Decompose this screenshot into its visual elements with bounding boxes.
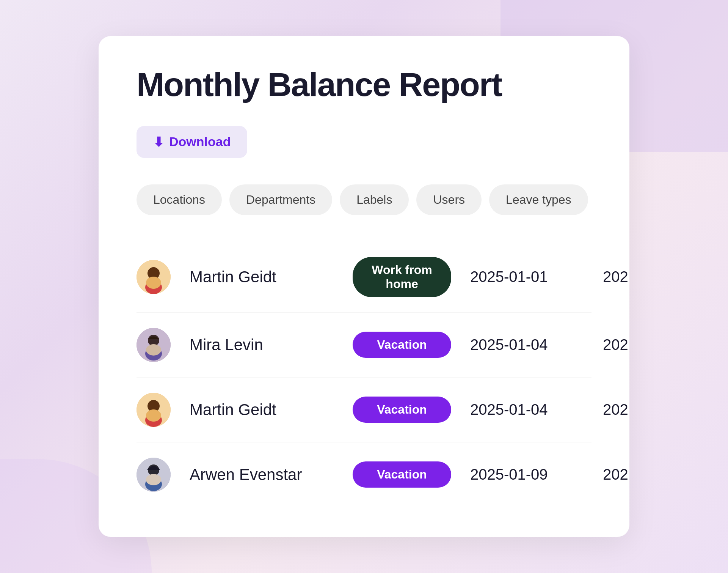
user-name: Martin Geidt bbox=[190, 268, 334, 286]
tab-locations[interactable]: Locations bbox=[136, 184, 222, 215]
table-row: Arwen Evenstar Vacation 2025-01-09 202 bbox=[136, 442, 592, 507]
leave-type-badge: Work from home bbox=[353, 257, 451, 297]
date-end-partial: 202 bbox=[603, 401, 628, 418]
avatar bbox=[136, 260, 171, 294]
download-label: Download bbox=[169, 134, 231, 149]
table-rows: Martin Geidt Work from home 2025-01-01 2… bbox=[136, 242, 592, 507]
main-card: Monthly Balance Report ⬇ Download Locati… bbox=[99, 36, 629, 537]
leave-type-badge: Vacation bbox=[353, 461, 451, 488]
user-name: Arwen Evenstar bbox=[190, 466, 334, 484]
page-title: Monthly Balance Report bbox=[136, 66, 592, 103]
download-button[interactable]: ⬇ Download bbox=[136, 126, 247, 158]
avatar bbox=[136, 458, 171, 492]
table-row: Martin Geidt Work from home 2025-01-01 2… bbox=[136, 242, 592, 313]
leave-type-badge: Vacation bbox=[353, 397, 451, 423]
filter-tabs-container: Locations Departments Labels Users Leave… bbox=[136, 184, 592, 215]
svg-point-7 bbox=[146, 344, 161, 356]
date-start: 2025-01-09 bbox=[470, 466, 584, 483]
table-row: Mira Levin Vacation 2025-01-04 202 bbox=[136, 313, 592, 378]
svg-point-15 bbox=[146, 474, 161, 485]
svg-point-11 bbox=[146, 409, 161, 422]
user-name: Mira Levin bbox=[190, 336, 334, 354]
user-name: Martin Geidt bbox=[190, 401, 334, 419]
tab-leave-types[interactable]: Leave types bbox=[489, 184, 588, 215]
date-start: 2025-01-04 bbox=[470, 336, 584, 353]
date-end-partial: 202 bbox=[603, 268, 628, 285]
tab-departments[interactable]: Departments bbox=[229, 184, 332, 215]
date-start: 2025-01-01 bbox=[470, 268, 584, 285]
avatar bbox=[136, 393, 171, 427]
date-end-partial: 202 bbox=[603, 466, 628, 483]
date-start: 2025-01-04 bbox=[470, 401, 584, 418]
table-row: Martin Geidt Vacation 2025-01-04 202 bbox=[136, 378, 592, 442]
svg-point-3 bbox=[146, 277, 161, 289]
download-icon: ⬇ bbox=[153, 134, 164, 150]
date-end-partial: 202 bbox=[603, 336, 628, 353]
avatar bbox=[136, 328, 171, 362]
tab-users[interactable]: Users bbox=[416, 184, 482, 215]
tab-labels[interactable]: Labels bbox=[340, 184, 409, 215]
leave-type-badge: Vacation bbox=[353, 332, 451, 358]
